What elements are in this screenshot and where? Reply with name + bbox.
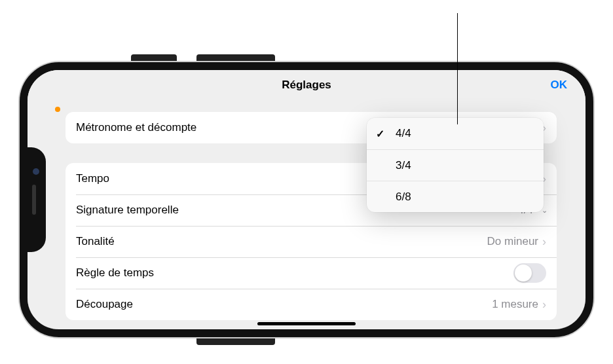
ruler-label: Règle de temps bbox=[76, 266, 154, 280]
timesig-popup: ✓ 4/4 3/4 6/8 bbox=[367, 118, 544, 212]
snap-value: 1 mesure bbox=[492, 298, 538, 311]
timesig-label: Signature temporelle bbox=[76, 204, 179, 217]
home-indicator[interactable] bbox=[257, 322, 356, 325]
key-label: Tonalité bbox=[76, 235, 115, 248]
device-volume-button bbox=[131, 54, 177, 62]
chevron-right-icon: › bbox=[542, 236, 546, 247]
device-notch bbox=[26, 147, 46, 252]
recording-indicator-icon bbox=[55, 107, 60, 112]
snap-row[interactable]: Découpage 1 mesure › bbox=[65, 289, 557, 320]
timesig-option-3-4[interactable]: 3/4 bbox=[367, 149, 544, 181]
timesig-option-label: 3/4 bbox=[396, 159, 411, 172]
snap-label: Découpage bbox=[76, 298, 133, 311]
key-value: Do mineur bbox=[487, 235, 538, 248]
page-title: Réglages bbox=[282, 79, 331, 92]
device-side-button-top bbox=[196, 54, 275, 62]
device-speaker bbox=[32, 185, 36, 215]
ok-button[interactable]: OK bbox=[551, 70, 568, 100]
metronome-label: Métronome et décompte bbox=[76, 121, 196, 134]
checkmark-icon: ✓ bbox=[376, 128, 384, 140]
callout-line bbox=[457, 13, 458, 124]
device-side-button-bottom bbox=[196, 337, 275, 345]
device-camera bbox=[33, 168, 39, 175]
ruler-toggle[interactable] bbox=[513, 263, 546, 283]
key-row[interactable]: Tonalité Do mineur › bbox=[65, 226, 557, 257]
tempo-label: Tempo bbox=[76, 172, 109, 185]
timesig-option-label: 6/8 bbox=[396, 191, 411, 204]
ruler-row: Règle de temps bbox=[65, 257, 557, 289]
timesig-option-4-4[interactable]: ✓ 4/4 bbox=[367, 118, 544, 149]
timesig-option-label: 4/4 bbox=[396, 127, 411, 140]
chevron-right-icon: › bbox=[542, 299, 546, 310]
nav-bar: Réglages OK bbox=[28, 70, 585, 100]
timesig-option-6-8[interactable]: 6/8 bbox=[367, 181, 544, 212]
